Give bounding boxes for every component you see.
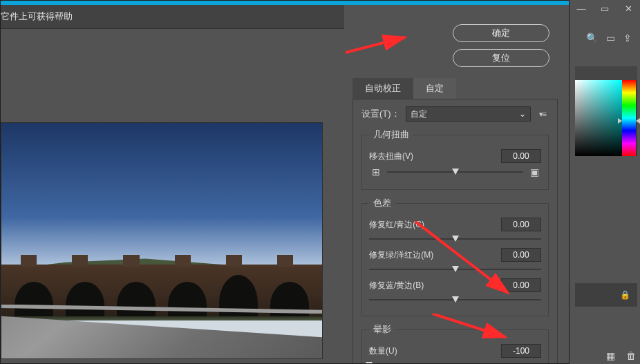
new-icon[interactable]: ▦ [606,350,615,361]
color-field[interactable] [575,80,622,156]
amount-slider[interactable] [369,361,541,363]
panel-footer-icons: ▦ 🗑 [606,350,636,361]
reset-button[interactable]: 复位 [453,49,549,67]
help-text: 它件上可获得帮助 [1,10,73,23]
remove-distortion-input[interactable] [501,149,541,163]
preview[interactable] [1,122,323,359]
topbar-icons: 🔍 ▭ ⇪ [579,28,639,48]
remove-distortion-label: 移去扭曲(V) [369,151,445,162]
fix-red-label: 修复红/青边(C) [369,219,445,231]
maximize-button[interactable]: ▭ [593,0,617,17]
vignette-group: 晕影 数量(U) 变暗 变亮 [361,323,549,363]
window-controls: ― ▭ ✕ [570,0,640,17]
preview-pane: 它件上可获得帮助 [1,5,344,363]
panel-icon[interactable]: ▭ [606,32,615,44]
fix-blue-input[interactable] [501,278,541,292]
search-icon[interactable]: 🔍 [586,32,598,44]
remove-distortion-slider[interactable] [387,167,523,177]
ok-button[interactable]: 确定 [453,24,549,42]
help-strip: 它件上可获得帮助 [1,5,344,29]
chromatic-aberration-group: 色差 修复红/青边(C) 修复绿/洋红边(M) [361,197,549,316]
fix-red-input[interactable] [501,218,541,231]
geom-legend: 几何扭曲 [369,128,413,141]
settings-dropdown[interactable]: 自定 ⌄ [406,106,531,122]
fix-red-slider[interactable] [369,234,541,244]
tab-custom[interactable]: 自定 [413,78,456,99]
settings-value: 自定 [411,108,427,120]
chevron-down-icon: ⌄ [519,109,526,119]
fix-blue-label: 修复蓝/黄边(B) [369,280,445,291]
settings-menu-icon[interactable]: ▾≡ [536,110,549,119]
trash-icon[interactable]: 🗑 [626,350,636,361]
amount-label: 数量(U) [369,345,411,357]
close-button[interactable]: ✕ [617,0,640,17]
grid-icon[interactable]: ⊞ [369,166,383,178]
layer-panel-strip: 🔒 [575,283,637,307]
color-panel-header [575,66,637,80]
tab-custom-content: 设置(T)： 自定 ⌄ ▾≡ 几何扭曲 移去扭曲(V) [352,99,558,363]
lens-correction-dialog: 它件上可获得帮助 [0,0,570,364]
color-panel [575,66,637,156]
amount-input[interactable] [501,344,541,358]
fit-icon[interactable]: ▣ [527,166,541,178]
vignette-legend: 晕影 [369,323,395,336]
chroma-legend: 色差 [369,197,395,209]
fix-green-input[interactable] [501,248,541,262]
settings-label: 设置(T)： [361,108,400,120]
fix-blue-slider[interactable] [369,295,541,305]
tab-auto[interactable]: 自动校正 [352,78,413,99]
share-icon[interactable]: ⇪ [623,32,632,44]
lock-icon[interactable]: 🔒 [620,290,630,300]
hue-slider[interactable] [622,80,636,156]
fix-green-label: 修复绿/洋红边(M) [369,249,445,261]
fix-green-slider[interactable] [369,265,541,274]
minimize-button[interactable]: ― [570,0,593,17]
options-pane: 确定 复位 自动校正 自定 设置(T)： 自定 ⌄ ▾≡ 几何扭 [344,5,569,363]
geometric-distortion-group: 几何扭曲 移去扭曲(V) ⊞ ▣ [361,128,549,190]
tabs: 自动校正 自定 [352,79,558,99]
